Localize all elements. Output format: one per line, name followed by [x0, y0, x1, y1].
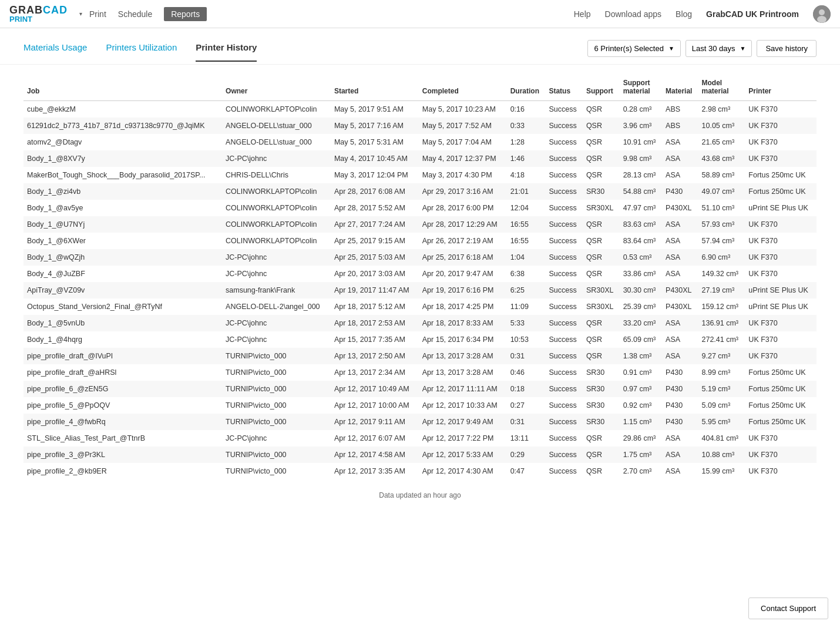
- nav-link-print[interactable]: Print: [89, 9, 106, 19]
- cell-started: Apr 12, 2017 3:35 AM: [331, 463, 419, 479]
- table-header: Job Owner Started Completed Duration Sta…: [23, 74, 817, 100]
- main-nav: GRABCAD PRINT ▾ Print Schedule Reports H…: [0, 0, 840, 28]
- cell-job: Body_1_@wQZjh: [23, 249, 222, 266]
- cell-printer: UK F370: [745, 150, 817, 167]
- cell-started: Apr 27, 2017 7:24 AM: [331, 216, 419, 233]
- tab-printers-utilization[interactable]: Printers Utilization: [106, 42, 177, 62]
- cell-started: Apr 19, 2017 11:47 AM: [331, 282, 419, 298]
- table-row: 61291dc2_b773_41b7_871d_c937138c9770_@Jq…: [23, 118, 817, 134]
- cell-job: Body_1_@U7NYj: [23, 216, 222, 233]
- nav-printroom[interactable]: GrabCAD UK Printroom: [706, 9, 799, 19]
- cell-owner: ANGELO-DELL\stuar_000: [222, 134, 331, 150]
- nav-dropdown-arrow[interactable]: ▾: [79, 11, 82, 17]
- cell-model_material: 159.12 cm³: [698, 298, 745, 315]
- cell-printer: UK F370: [745, 447, 817, 463]
- cell-job: pipe_profile_5_@PpOQV: [23, 397, 222, 414]
- cell-support_material: 1.15 cm³: [620, 414, 662, 430]
- date-select-button[interactable]: Last 30 days ▼: [686, 40, 752, 57]
- cell-completed: Apr 12, 2017 7:22 PM: [419, 430, 507, 447]
- cell-job: Body_1_@5vnUb: [23, 315, 222, 331]
- printer-select-button[interactable]: 6 Printer(s) Selected ▼: [587, 40, 680, 57]
- cell-model_material: 10.05 cm³: [698, 118, 745, 134]
- table-row: STL_Slice_Alias_Test_Part_@TtnrBJC-PC\jo…: [23, 430, 817, 447]
- cell-duration: 11:09: [507, 298, 546, 315]
- nav-blog[interactable]: Blog: [676, 9, 692, 19]
- nav-link-schedule[interactable]: Schedule: [118, 9, 152, 19]
- cell-status: Success: [545, 150, 582, 167]
- cell-owner: JC-PC\johnc: [222, 150, 331, 167]
- table-row: Body_1_@wQZjhJC-PC\johncApr 25, 2017 5:0…: [23, 249, 817, 266]
- cell-job: atomv2_@Dtagv: [23, 134, 222, 150]
- cell-completed: Apr 18, 2017 8:33 AM: [419, 315, 507, 331]
- cell-duration: 13:11: [507, 430, 546, 447]
- cell-duration: 5:33: [507, 315, 546, 331]
- table-row: Body_1_@zi4vbCOLINWORKLAPTOP\colinApr 28…: [23, 183, 817, 200]
- table-row: Body_1_@av5yeCOLINWORKLAPTOP\colinApr 28…: [23, 200, 817, 216]
- cell-status: Success: [545, 430, 582, 447]
- cell-started: Apr 15, 2017 7:35 AM: [331, 331, 419, 348]
- cell-job: pipe_profile_draft_@aHRSl: [23, 364, 222, 381]
- cell-owner: JC-PC\johnc: [222, 266, 331, 282]
- cell-owner: TURNIP\victo_000: [222, 381, 331, 397]
- cell-job: Body_1_@av5ye: [23, 200, 222, 216]
- cell-material: ASA: [662, 348, 698, 364]
- cell-material: P430XL: [662, 282, 698, 298]
- cell-status: Success: [545, 364, 582, 381]
- table-row: MakerBot_Tough_Shock___Body_parasolid_20…: [23, 167, 817, 183]
- cell-owner: ANGELO-DELL\stuar_000: [222, 118, 331, 134]
- cell-support: SR30: [583, 364, 620, 381]
- cell-support: QSR: [583, 331, 620, 348]
- cell-job: ApiTray_@VZ09v: [23, 282, 222, 298]
- cell-job: pipe_profile_4_@fwbRq: [23, 414, 222, 430]
- cell-printer: UK F370: [745, 331, 817, 348]
- cell-job: STL_Slice_Alias_Test_Part_@TtnrB: [23, 430, 222, 447]
- cell-job: Octopus_Stand_Version2_Final_@RTyNf: [23, 298, 222, 315]
- tab-printer-history[interactable]: Printer History: [196, 42, 257, 62]
- cell-owner: TURNIP\victo_000: [222, 397, 331, 414]
- cell-job: 61291dc2_b773_41b7_871d_c937138c9770_@Jq…: [23, 118, 222, 134]
- tab-controls: 6 Printer(s) Selected ▼ Last 30 days ▼ S…: [587, 40, 817, 64]
- cell-owner: COLINWORKLAPTOP\colin: [222, 100, 331, 118]
- cell-material: P430: [662, 364, 698, 381]
- cell-completed: Apr 20, 2017 9:47 AM: [419, 266, 507, 282]
- cell-started: Apr 13, 2017 2:34 AM: [331, 364, 419, 381]
- cell-started: Apr 13, 2017 2:50 AM: [331, 348, 419, 364]
- cell-owner: TURNIP\victo_000: [222, 447, 331, 463]
- cell-printer: uPrint SE Plus UK: [745, 200, 817, 216]
- cell-status: Success: [545, 381, 582, 397]
- cell-started: Apr 12, 2017 10:49 AM: [331, 381, 419, 397]
- cell-duration: 1:28: [507, 134, 546, 150]
- cell-started: May 5, 2017 9:51 AM: [331, 100, 419, 118]
- cell-duration: 1:04: [507, 249, 546, 266]
- cell-owner: JC-PC\johnc: [222, 430, 331, 447]
- tab-materials-usage[interactable]: Materials Usage: [23, 42, 87, 62]
- cell-job: pipe_profile_2_@kb9ER: [23, 463, 222, 479]
- cell-started: May 5, 2017 7:16 AM: [331, 118, 419, 134]
- cell-printer: UK F370: [745, 100, 817, 118]
- cell-material: P430XL: [662, 200, 698, 216]
- table-row: pipe_profile_draft_@IVuPITURNIP\victo_00…: [23, 348, 817, 364]
- cell-status: Success: [545, 331, 582, 348]
- logo-print: PRINT: [9, 15, 68, 23]
- nav-download-apps[interactable]: Download apps: [605, 9, 662, 19]
- cell-model_material: 272.41 cm³: [698, 331, 745, 348]
- cell-duration: 12:04: [507, 200, 546, 216]
- cell-material: ASA: [662, 315, 698, 331]
- cell-started: May 5, 2017 5:31 AM: [331, 134, 419, 150]
- cell-material: P430: [662, 414, 698, 430]
- col-model-material: Modelmaterial: [698, 74, 745, 100]
- svg-point-1: [819, 9, 825, 15]
- nav-help[interactable]: Help: [574, 9, 591, 19]
- col-status: Status: [545, 74, 582, 100]
- cell-job: Body_4_@JuZBF: [23, 266, 222, 282]
- nav-link-reports[interactable]: Reports: [164, 7, 207, 21]
- cell-material: P430: [662, 381, 698, 397]
- cell-owner: JC-PC\johnc: [222, 315, 331, 331]
- cell-model_material: 5.09 cm³: [698, 397, 745, 414]
- col-owner: Owner: [222, 74, 331, 100]
- save-history-button[interactable]: Save history: [757, 40, 817, 57]
- cell-material: ABS: [662, 118, 698, 134]
- avatar[interactable]: [813, 5, 831, 23]
- cell-support: SR30: [583, 397, 620, 414]
- cell-model_material: 6.90 cm³: [698, 249, 745, 266]
